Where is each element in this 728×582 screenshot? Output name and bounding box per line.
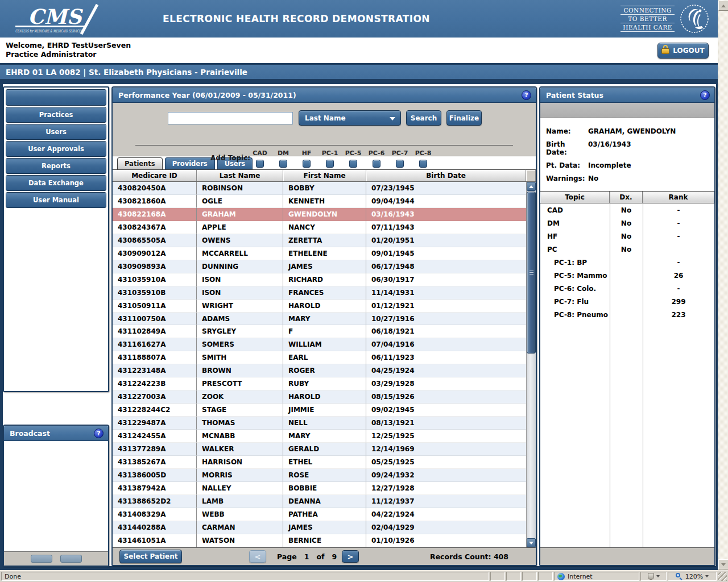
table-row[interactable]: 431461051AWATSONBERNICE01/10/1926: [113, 534, 526, 547]
table-cell: 07/11/1943: [366, 221, 526, 234]
resize-grip[interactable]: [718, 572, 727, 581]
topic-checkbox-cad[interactable]: [256, 160, 264, 168]
table-row[interactable]: 430909012AMCCARRELLETHELENE09/01/1945: [113, 247, 526, 260]
zoom-control[interactable]: 120%: [668, 572, 717, 581]
welcome-bar: Welcome, EHRD TestUserSeven Practice Adm…: [0, 38, 718, 61]
patient-field-name-: Name:GRAHAM, GWENDOLYN: [546, 127, 714, 135]
table-row[interactable]: 430821860AOGLEKENNETH09/04/1944: [113, 195, 526, 208]
user-role: Practice Administrator: [6, 50, 131, 59]
table-cell: 431102849A: [113, 325, 197, 338]
previous-page-button: <: [249, 550, 266, 563]
table-row[interactable]: 431161627ASOMERSWILLIAM07/04/1916: [113, 338, 526, 351]
broadcast-help-icon[interactable]: ?: [94, 429, 104, 438]
topic-checkbox-pc-6[interactable]: [373, 160, 380, 168]
table-row[interactable]: 431229487ATHOMASNELL08/13/1921: [113, 417, 526, 430]
table-cell: 431161627A: [113, 338, 197, 351]
scroll-down-icon[interactable]: [527, 538, 536, 547]
table-row[interactable]: 431227003AZOOKHAROLD08/15/1926: [113, 390, 526, 404]
table-row[interactable]: 431224223BPRESCOTTRUBY03/29/1928: [113, 377, 526, 390]
tab-patients[interactable]: Patients: [117, 157, 163, 169]
browser-status-bar: Done Internet 120%: [0, 570, 728, 582]
topic-checkbox-pc-5[interactable]: [349, 160, 357, 168]
table-cell: 04/25/1924: [366, 364, 526, 377]
table-cell: GRAHAM: [197, 208, 283, 221]
chevron-down-icon: [656, 575, 660, 577]
tab-providers[interactable]: Providers: [165, 157, 215, 169]
scroll-up-icon[interactable]: [527, 182, 536, 191]
table-row[interactable]: 431035910BISONFRANCES11/14/1931: [113, 286, 526, 300]
table-row[interactable]: 431223148ABROWNROGER04/25/1924: [113, 364, 526, 377]
table-cell: ETHEL: [283, 456, 366, 469]
browser-scrollbar[interactable]: [718, 0, 728, 570]
topic-col-cad: CAD: [251, 149, 268, 168]
sidebar-item-data-exchange[interactable]: Data Exchange: [6, 175, 106, 191]
table-row[interactable]: 431440288ACARMANJAMES02/04/1929: [113, 521, 526, 534]
topic-checkbox-pc-8[interactable]: [419, 160, 427, 168]
sidebar-item-practices[interactable]: Practices: [6, 107, 106, 123]
search-button[interactable]: Search: [406, 110, 441, 126]
table-cell: 09/02/1945: [366, 404, 526, 417]
broadcast-titlebar: Broadcast ?: [4, 426, 108, 441]
table-row[interactable]: 431102849ASRYGLEYF06/18/1921: [113, 325, 526, 338]
topic-checkbox-dm[interactable]: [279, 160, 287, 168]
table-row[interactable]: 431100750AADAMSMARY10/27/1916: [113, 313, 526, 326]
topic-dx: [610, 269, 643, 282]
select-patient-button[interactable]: Select Patient: [119, 550, 182, 563]
table-cell: 01/20/1951: [366, 234, 526, 247]
table-cell: 431377289A: [113, 443, 197, 456]
sidebar-item-user-approvals[interactable]: User Approvals: [6, 141, 106, 157]
table-row[interactable]: 431242455AMCNABBMARY12/25/1925: [113, 430, 526, 443]
performance-year-help-icon[interactable]: ?: [522, 90, 531, 100]
table-cell: SOMERS: [197, 338, 283, 351]
table-cell: ISON: [197, 273, 283, 286]
table-cell: 03/16/1943: [366, 208, 526, 221]
table-row[interactable]: 431408329AWEBBPATHEA04/22/1924: [113, 508, 526, 521]
topic-checkbox-hf[interactable]: [303, 160, 311, 168]
finalize-button[interactable]: Finalize: [446, 110, 482, 126]
topic-name: PC-1: BP: [540, 256, 610, 269]
table-row[interactable]: 430865505AOWENSZERETTA01/20/1951: [113, 234, 526, 247]
patient-field-label: Pt. Data:: [546, 161, 588, 169]
patient-status-panel: Patient Status ? Name:GRAHAM, GWENDOLYNB…: [539, 86, 715, 566]
table-row[interactable]: 430824367AAPPLENANCY07/11/1943: [113, 221, 526, 234]
table-cell: LAMB: [197, 495, 283, 508]
logout-button[interactable]: LOGOUT: [657, 43, 709, 59]
table-cell: 430820450A: [113, 182, 197, 195]
topic-checkbox-pc-1[interactable]: [326, 160, 334, 168]
scrollbar-thumb[interactable]: [527, 192, 536, 354]
topic-rank: 26: [643, 269, 714, 282]
search-input[interactable]: [168, 112, 293, 124]
scroll-down-icon[interactable]: [718, 559, 728, 569]
table-row[interactable]: 431050911AWRIGHTHAROLD01/12/1921: [113, 300, 526, 313]
table-row[interactable]: 431035910AISONRICHARD06/30/1917: [113, 273, 526, 286]
sidebar-item-reports[interactable]: Reports: [6, 158, 106, 174]
table-row[interactable]: 430820450AROBINSONBOBBY07/23/1945: [113, 182, 526, 195]
table-row[interactable]: 430822168AGRAHAMGWENDOLYN03/16/1943: [113, 208, 526, 221]
topic-checkbox-pc-7[interactable]: [396, 160, 404, 168]
table-row[interactable]: 430909893ADUNNINGJAMES06/17/1948: [113, 260, 526, 273]
search-filter-dropdown[interactable]: Last Name: [299, 110, 401, 126]
patient-status-help-icon[interactable]: ?: [700, 90, 710, 100]
table-cell: PATHEA: [283, 508, 366, 521]
sidebar: PracticesUsersUser ApprovalsReportsData …: [3, 86, 109, 392]
table-row[interactable]: 431188807ASMITHEARL06/11/1923: [113, 351, 526, 364]
table-row[interactable]: 431377289AWALKERGERALD12/14/1969: [113, 443, 526, 456]
table-row[interactable]: 431387942ANALLEYBOBBIE12/27/1928: [113, 482, 526, 495]
topic-label-pc-8: PC-8: [415, 149, 432, 157]
sidebar-item-users[interactable]: Users: [6, 124, 106, 140]
scroll-up-icon[interactable]: [718, 1, 728, 11]
table-row[interactable]: 431385267AHARRISONETHEL05/25/1925: [113, 456, 526, 469]
table-cell: 431227003A: [113, 390, 197, 404]
sidebar-item-user-manual[interactable]: User Manual: [6, 192, 106, 208]
broadcast-button-1[interactable]: [31, 555, 52, 563]
table-cell: 06/18/1921: [366, 325, 526, 338]
sidebar-header-block: [6, 89, 106, 106]
table-row[interactable]: 431228244C2STAGEJIMMIE09/02/1945: [113, 404, 526, 417]
chevron-down-icon: [705, 575, 709, 577]
protected-mode-pane[interactable]: [640, 572, 667, 581]
broadcast-button-2[interactable]: [60, 555, 82, 563]
table-scrollbar[interactable]: [526, 182, 536, 547]
table-row[interactable]: 431388652D2LAMBDEANNA11/12/1937: [113, 495, 526, 508]
next-page-button[interactable]: >: [342, 550, 359, 563]
table-row[interactable]: 431386005DMORRISROSE09/24/1932: [113, 469, 526, 482]
